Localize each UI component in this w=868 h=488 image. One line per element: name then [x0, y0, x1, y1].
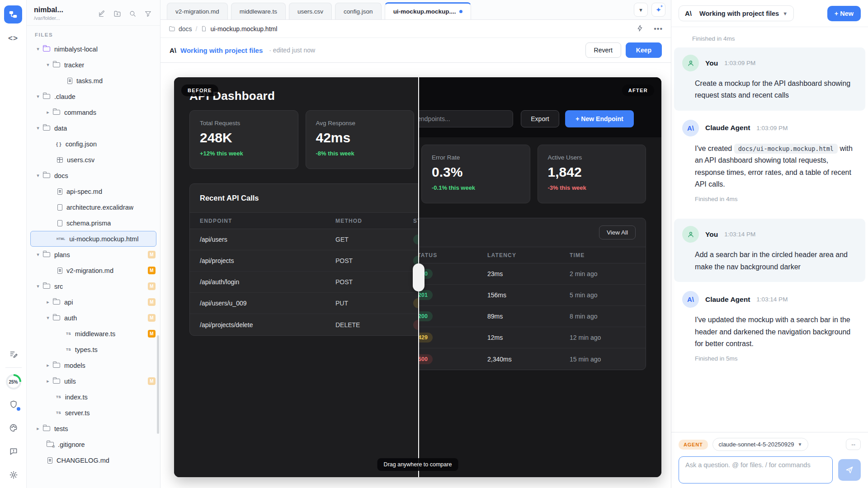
tab-ui-mockup-active[interactable]: ui-mockup.mockup.... [385, 2, 472, 19]
breadcrumb: docs / ui-mockup.mockup.html ••• [160, 20, 671, 38]
modified-badge: M [148, 330, 156, 338]
tree-item-tests[interactable]: ▸tests [27, 421, 160, 436]
more-options-icon[interactable]: ••• [654, 25, 663, 33]
notes-edit-icon[interactable] [5, 346, 22, 363]
claude-logo: A\ [170, 47, 176, 54]
tab-list-dropdown-button[interactable]: ▼ [634, 3, 648, 17]
tab-v2-migration[interactable]: v2-migration.md [167, 3, 228, 19]
tree-item-schema-prisma[interactable]: schema.prisma [27, 215, 160, 231]
chevron-down-icon[interactable]: ▾ [45, 315, 51, 321]
project-path: /var/folder... [34, 15, 63, 21]
keep-button[interactable]: Keep [626, 42, 662, 58]
file-tree: ▾nimbalyst-local ▾tracker tasks.md ▾.cla… [27, 40, 160, 488]
tree-item-api-spec-md[interactable]: api-spec.md [27, 183, 160, 199]
tree-item-config-json[interactable]: { }config.json [27, 136, 160, 152]
tree-item-commands[interactable]: ▸commands [27, 104, 160, 120]
sidebar-header: nimbal... /var/folder... [27, 0, 160, 26]
palette-icon[interactable] [5, 419, 22, 436]
model-selector[interactable]: claude-sonnet-4-5-20250929▼ [712, 438, 809, 451]
tree-item-tasks-md[interactable]: tasks.md [27, 73, 160, 89]
breadcrumb-folder[interactable]: docs [179, 25, 192, 33]
sidebar-scrollbar[interactable] [157, 335, 159, 434]
claude-logo: A\ [685, 9, 692, 17]
tree-item-claude[interactable]: ▾.claude [27, 89, 160, 104]
chevron-right-icon[interactable]: ▸ [45, 362, 51, 368]
tab-users-csv[interactable]: users.csv [289, 3, 332, 19]
chevron-down-icon[interactable]: ▾ [35, 94, 41, 99]
new-session-button[interactable]: + New [827, 6, 861, 21]
export-button[interactable]: Export [521, 110, 559, 127]
send-button[interactable] [838, 459, 861, 481]
tree-item-server-ts[interactable]: TSserver.ts [27, 405, 160, 421]
new-endpoint-button[interactable]: + New Endpoint [565, 110, 634, 127]
tree-item-nimbalyst-local[interactable]: ▾nimbalyst-local [27, 41, 160, 57]
tab-middleware[interactable]: middleware.ts [231, 3, 286, 19]
chevron-down-icon[interactable]: ▾ [35, 46, 41, 52]
app-window: <> 25% nimbal... [0, 0, 868, 488]
tree-item-api[interactable]: ▸apiM [27, 294, 160, 310]
app-logo[interactable] [4, 5, 22, 23]
tree-item-gitignore[interactable]: ⚙.gitignore [27, 436, 160, 452]
chevron-right-icon[interactable]: ▸ [45, 109, 51, 115]
search-icon[interactable] [127, 8, 138, 19]
new-ai-tab-button[interactable]: ✦+ [651, 3, 665, 17]
folder-icon [43, 47, 50, 52]
chevron-right-icon[interactable]: ▸ [35, 426, 41, 432]
chevron-down-icon[interactable]: ▾ [45, 62, 51, 68]
new-folder-icon[interactable] [111, 8, 123, 19]
ts-file-icon: TS [56, 411, 61, 415]
filter-icon[interactable] [142, 8, 154, 19]
feedback-icon[interactable] [5, 443, 22, 460]
finished-status: Finished in 5ms [695, 355, 857, 362]
chevron-down-icon[interactable]: ▾ [35, 173, 41, 178]
chevron-down-icon[interactable]: ▾ [35, 283, 41, 289]
code-view-icon[interactable]: <> [5, 30, 22, 47]
chat-input[interactable] [679, 456, 833, 483]
folder-icon [43, 173, 50, 178]
agent-session-link[interactable]: Working with project files [180, 47, 263, 54]
tree-item-auth[interactable]: ▾authM [27, 310, 160, 326]
mockup-compare-panel[interactable]: API Dashboard Total Requests 248K +12% t… [174, 77, 661, 477]
modified-badge: M [148, 267, 156, 274]
agent-edit-bar: A\ Working with project files · edited j… [160, 38, 671, 63]
tree-item-changelog-md[interactable]: CHANGELOG.md [27, 452, 160, 468]
recent-calls-title: Recent API Calls [200, 194, 259, 202]
ai-spark-icon[interactable] [636, 24, 644, 33]
tree-item-ui-mockup-selected[interactable]: HTMLui-mockup.mockup.html [30, 231, 156, 247]
revert-button[interactable]: Revert [585, 42, 621, 58]
folder-icon [43, 94, 50, 99]
shield-icon[interactable] [5, 396, 22, 413]
usage-progress-ring[interactable]: 25% [6, 374, 21, 389]
settings-gear-icon[interactable] [5, 466, 22, 483]
shield-notification-dot [17, 407, 20, 411]
view-all-button[interactable]: View All [599, 225, 636, 239]
tree-item-v2-migration-md[interactable]: v2-migration.mdM [27, 263, 160, 278]
chevron-down-icon[interactable]: ▾ [35, 125, 41, 131]
chat-messages[interactable]: Finished in 4ms You 1:03:09 PM Create a … [671, 27, 868, 432]
tree-item-models[interactable]: ▸models [27, 357, 160, 373]
chevron-right-icon[interactable]: ▸ [45, 378, 51, 384]
chevron-down-icon[interactable]: ▾ [35, 252, 41, 258]
collapse-composer-button[interactable]: -- [846, 439, 861, 450]
tree-item-architecture-excalidraw[interactable]: architecture.excalidraw [27, 199, 160, 215]
tree-item-data[interactable]: ▾data [27, 120, 160, 136]
tree-item-users-csv[interactable]: users.csv [27, 152, 160, 168]
edit-status: · edited just now [269, 47, 315, 54]
tree-item-plans[interactable]: ▾plansM [27, 247, 160, 263]
html-file-icon: HTML [57, 237, 65, 240]
tab-config-json[interactable]: config.json [335, 3, 382, 19]
compare-drag-handle[interactable] [413, 263, 425, 291]
edit-file-icon[interactable] [96, 8, 108, 19]
ts-file-icon: TS [56, 395, 61, 399]
breadcrumb-file[interactable]: ui-mockup.mockup.html [210, 25, 277, 33]
tree-item-types-ts[interactable]: TStypes.ts [27, 342, 160, 357]
tree-item-src[interactable]: ▾srcM [27, 278, 160, 294]
chevron-right-icon[interactable]: ▸ [45, 299, 51, 305]
tree-item-index-ts[interactable]: TSindex.ts [27, 389, 160, 405]
session-selector[interactable]: A\ Working with project files ▼ [679, 5, 794, 21]
tree-item-docs[interactable]: ▾docs [27, 168, 160, 183]
tree-item-tracker[interactable]: ▾tracker [27, 57, 160, 73]
tree-item-middleware-ts[interactable]: TSmiddleware.tsM [27, 326, 160, 342]
tree-item-utils[interactable]: ▸utilsM [27, 373, 160, 389]
folder-icon [43, 426, 50, 431]
